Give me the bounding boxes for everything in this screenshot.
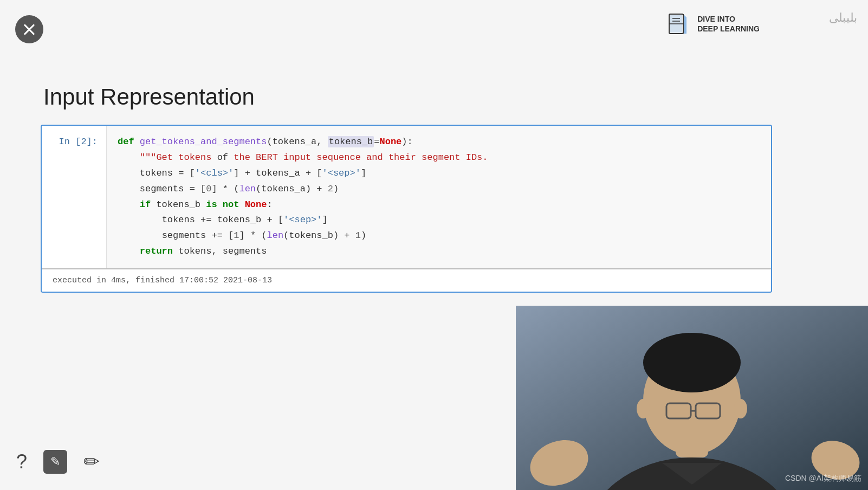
svg-point-13: [734, 399, 747, 418]
logo-book-icon: [665, 11, 691, 37]
code-line-5: if tokens_b is not None:: [118, 197, 760, 213]
watermark-bottom: CSDN @AI架构师易筋: [785, 474, 861, 483]
code-line-1: def get_tokens_and_segments(tokens_a, to…: [118, 134, 760, 150]
code-area[interactable]: def get_tokens_and_segments(tokens_a, to…: [107, 126, 771, 268]
code-line-2: """Get tokens of the BERT input sequence…: [118, 150, 760, 166]
presenter-silhouette: [516, 306, 868, 490]
logo-text: DIVE INTO DEEP LEARNING: [697, 14, 760, 34]
code-cell: In [2]: def get_tokens_and_segments(toke…: [41, 125, 772, 293]
edit-icon-1: ✎: [50, 455, 60, 469]
svg-point-12: [637, 399, 650, 418]
logo-area: DIVE INTO DEEP LEARNING: [665, 11, 760, 37]
help-icon[interactable]: ?: [16, 450, 27, 473]
video-overlay: CSDN @AI架构师易筋: [516, 306, 868, 490]
code-line-6: tokens += tokens_b + ['<sep>']: [118, 212, 760, 228]
cell-output: executed in 4ms, finished 17:00:52 2021-…: [42, 268, 771, 292]
edit-button-1[interactable]: ✎: [43, 450, 67, 474]
edit-icon-2[interactable]: ✏: [83, 450, 100, 473]
page-title: Input Representation: [43, 84, 255, 110]
code-line-3: tokens = ['<cls>'] + tokens_a + ['<sep>'…: [118, 166, 760, 182]
code-line-4: segments = [0] * (len(tokens_a) + 2): [118, 182, 760, 197]
code-line-8: return tokens, segments: [118, 244, 760, 260]
svg-point-8: [643, 333, 741, 392]
close-button[interactable]: [15, 15, 43, 43]
watermark-top: بلیبلی: [829, 11, 857, 25]
cell-prompt: In [2]:: [42, 126, 107, 268]
code-line-7: segments += [1] * (len(tokens_b) + 1): [118, 228, 760, 244]
bottom-toolbar: ? ✎ ✏: [16, 450, 100, 474]
